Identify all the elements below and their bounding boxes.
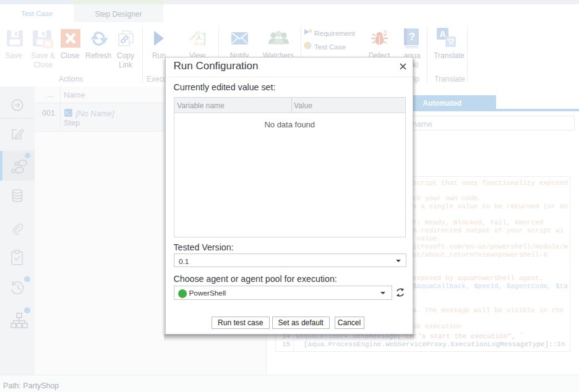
svg-text:A: A <box>439 29 445 39</box>
svg-text:?: ? <box>409 31 415 43</box>
